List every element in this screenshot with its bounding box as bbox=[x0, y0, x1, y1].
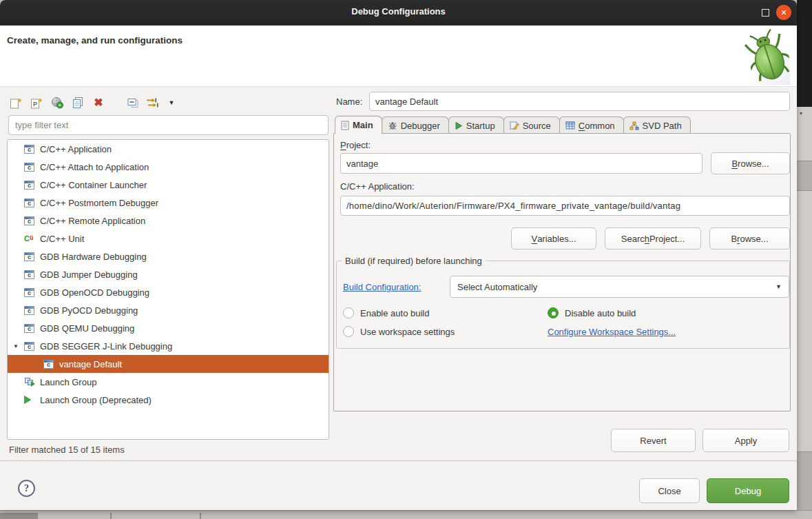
name-input[interactable] bbox=[369, 92, 790, 111]
debug-button[interactable]: Debug bbox=[707, 478, 789, 503]
play-icon bbox=[24, 395, 37, 405]
tree-item-gdb-qemu-debugging[interactable]: cGDB QEMU Debugging bbox=[8, 319, 329, 337]
tab-label: Common bbox=[579, 121, 615, 131]
hierarchy-icon bbox=[629, 121, 639, 130]
tree-item-gdb-jumper-debugging[interactable]: cGDB Jumper Debugging bbox=[8, 265, 329, 283]
name-label: Name: bbox=[336, 96, 362, 107]
capp-icon: c bbox=[24, 252, 37, 261]
use-workspace-settings-radio[interactable] bbox=[343, 326, 354, 337]
tree-item-c-c-attach-to-application[interactable]: cC/C++ Attach to Application bbox=[8, 158, 329, 176]
application-browse-button[interactable]: Browse... bbox=[709, 227, 790, 250]
background-window-bottom bbox=[0, 510, 812, 519]
background-divider bbox=[200, 513, 201, 519]
background-window-strip: ▾ bbox=[797, 0, 812, 519]
delete-configuration-button[interactable]: ✖ bbox=[90, 95, 107, 110]
tree-item-c-c-postmortem-debugger[interactable]: cC/C++ Postmortem Debugger bbox=[8, 194, 329, 212]
doc-icon bbox=[341, 121, 349, 130]
tree-item-launch-group-deprecated[interactable]: Launch Group (Deprecated) bbox=[8, 391, 329, 409]
filter-configurations-button[interactable] bbox=[143, 95, 161, 110]
combo-value: Select Automatically bbox=[457, 282, 537, 292]
collapse-all-button[interactable] bbox=[124, 95, 142, 110]
tree-item-c-c-remote-application[interactable]: cC/C++ Remote Application bbox=[8, 212, 329, 230]
disable-auto-build-radio[interactable] bbox=[548, 307, 559, 318]
export-configurations-button[interactable] bbox=[48, 95, 66, 110]
tree-item-gdb-hardware-debugging[interactable]: cGDB Hardware Debugging bbox=[8, 247, 329, 265]
project-input[interactable] bbox=[340, 153, 702, 174]
tree-item-label: C/C++ Remote Application bbox=[40, 216, 145, 226]
tree-item-vantage-default[interactable]: cvantage Default bbox=[8, 355, 329, 373]
tree-item-label: C/C++ Unit bbox=[40, 234, 84, 244]
expand-arrow-icon[interactable]: ▼ bbox=[13, 343, 19, 349]
window-title: Debug Configurations bbox=[0, 6, 797, 17]
help-button[interactable]: ? bbox=[18, 480, 35, 497]
tree-item-label: GDB PyOCD Debugging bbox=[40, 305, 138, 316]
dialog-header: Create, manage, and run configurations bbox=[0, 26, 797, 87]
tab-common[interactable]: Common bbox=[559, 116, 624, 134]
dialog-subtitle: Create, manage, and run configurations bbox=[7, 35, 183, 45]
tree-item-label: GDB Jumper Debugging bbox=[40, 269, 138, 280]
tree-item-label: C/C++ Container Launcher bbox=[40, 180, 147, 190]
toolbar-menu-button[interactable]: ▼ bbox=[165, 95, 178, 110]
bug-icon bbox=[388, 121, 397, 130]
tab-main[interactable]: Main bbox=[335, 116, 382, 134]
new-configuration-button[interactable] bbox=[7, 95, 25, 110]
screen: ▾ Debug Configurations ✕ Create, manage,… bbox=[0, 0, 812, 519]
tree-item-c-c-container-launcher[interactable]: cC/C++ Container Launcher bbox=[8, 176, 329, 194]
titlebar: Debug Configurations ✕ bbox=[0, 0, 797, 26]
configure-workspace-settings-link[interactable]: Configure Workspace Settings... bbox=[548, 327, 676, 337]
application-label: C/C++ Application: bbox=[340, 181, 415, 192]
tab-label: SVD Path bbox=[643, 121, 682, 131]
tab-startup[interactable]: Startup bbox=[448, 116, 504, 134]
capp-icon: c bbox=[24, 216, 37, 225]
chevron-down-icon: ▼ bbox=[775, 283, 782, 290]
build-configuration-combo[interactable]: Select Automatically ▼ bbox=[450, 276, 789, 298]
tab-source[interactable]: Source bbox=[503, 116, 560, 134]
new-prototype-button[interactable]: P bbox=[28, 95, 45, 110]
debug-beetle-icon bbox=[746, 28, 790, 85]
footer-separator bbox=[0, 460, 797, 461]
search-project-button[interactable]: Search Project... bbox=[605, 227, 701, 250]
tree-item-label: C/C++ Postmortem Debugger bbox=[40, 198, 158, 208]
background-scrollbar bbox=[797, 451, 812, 519]
revert-button[interactable]: Revert bbox=[611, 429, 696, 452]
tab-label: Startup bbox=[466, 121, 495, 131]
capp-icon: c bbox=[24, 269, 37, 279]
tree-item-launch-group[interactable]: Launch Group bbox=[8, 373, 329, 391]
tree-item-label: GDB SEGGER J-Link Debugging bbox=[40, 341, 172, 352]
config-tree[interactable]: cC/C++ ApplicationcC/C++ Attach to Appli… bbox=[7, 139, 329, 440]
apply-button[interactable]: Apply bbox=[702, 429, 789, 452]
play-icon bbox=[455, 121, 463, 130]
tree-item-label: GDB OpenOCD Debugging bbox=[40, 287, 149, 298]
build-configuration-link[interactable]: Build Configuration: bbox=[343, 282, 421, 292]
restore-icon[interactable] bbox=[762, 9, 769, 17]
application-path-input[interactable] bbox=[340, 196, 790, 216]
tree-item-c-c-application[interactable]: cC/C++ Application bbox=[8, 140, 329, 158]
tree-item-gdb-segger-j-link-debugging[interactable]: ▼cGDB SEGGER J-Link Debugging bbox=[8, 337, 329, 355]
tree-item-label: C/C++ Application bbox=[40, 144, 112, 154]
tree-item-label: GDB Hardware Debugging bbox=[40, 252, 147, 262]
close-button[interactable]: Close bbox=[639, 478, 700, 503]
tree-item-label: GDB QEMU Debugging bbox=[40, 323, 134, 334]
debug-configurations-dialog: Debug Configurations ✕ Create, manage, a… bbox=[0, 0, 797, 510]
capp-icon: c bbox=[24, 305, 37, 315]
build-group-legend: Build (if required) before launching bbox=[342, 256, 486, 266]
disable-auto-build-label: Disable auto build bbox=[565, 308, 636, 318]
background-scroll-arrow-icon: ▾ bbox=[800, 110, 802, 116]
tab-label: Main bbox=[353, 120, 373, 130]
capp-icon: c bbox=[24, 180, 37, 190]
tab-svd-path[interactable]: SVD Path bbox=[623, 116, 691, 134]
enable-auto-build-label: Enable auto build bbox=[360, 308, 429, 318]
tree-item-gdb-openocd-debugging[interactable]: cGDB OpenOCD Debugging bbox=[8, 283, 329, 301]
filter-input[interactable] bbox=[8, 115, 329, 135]
project-browse-button[interactable]: Browse... bbox=[711, 152, 790, 174]
tree-item-label: vantage Default bbox=[59, 359, 122, 369]
tree-item-c-c-unit[interactable]: CüC/C++ Unit bbox=[8, 230, 329, 247]
enable-auto-build-radio[interactable] bbox=[343, 307, 354, 318]
tree-item-gdb-pyocd-debugging[interactable]: cGDB PyOCD Debugging bbox=[8, 301, 329, 319]
tab-debugger[interactable]: Debugger bbox=[382, 116, 449, 134]
close-window-icon[interactable]: ✕ bbox=[776, 5, 791, 20]
tree-item-label: C/C++ Attach to Application bbox=[40, 162, 149, 172]
variables-button[interactable]: Variables... bbox=[511, 227, 596, 250]
duplicate-configuration-button[interactable] bbox=[69, 95, 87, 110]
capp-icon: c bbox=[24, 323, 37, 333]
